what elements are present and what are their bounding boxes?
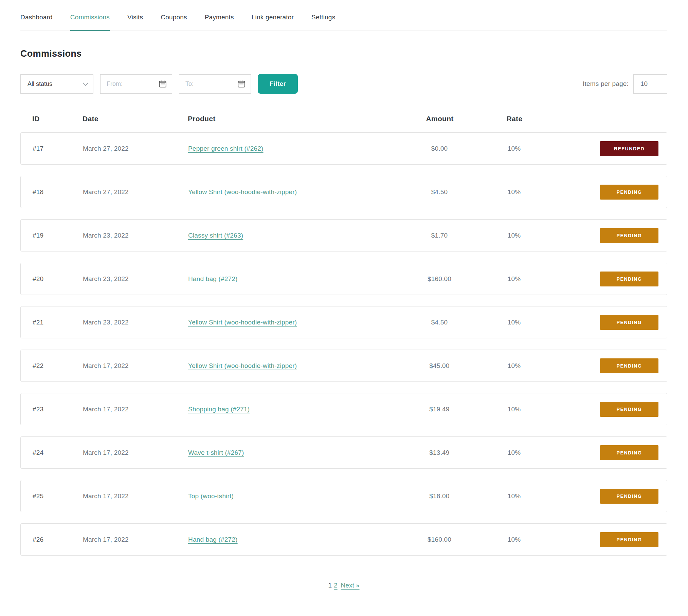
commission-id: #25	[33, 492, 83, 500]
table-row: #17 March 27, 2022 Pepper green shirt (#…	[20, 132, 667, 165]
product-link[interactable]: Yellow Shirt (woo-hoodie-with-zipper)	[188, 188, 297, 195]
commission-amount: $18.00	[392, 492, 487, 500]
commission-date: March 17, 2022	[83, 536, 188, 543]
commission-date: March 17, 2022	[83, 492, 188, 500]
commission-rate: 10%	[487, 232, 541, 239]
commissions-table: #17 March 27, 2022 Pepper green shirt (#…	[20, 132, 667, 567]
commission-id: #17	[33, 145, 83, 152]
commission-date: March 27, 2022	[83, 145, 188, 152]
page-title: Commissions	[20, 49, 667, 59]
product-link[interactable]: Wave t-shirt (#267)	[188, 449, 244, 456]
product-link[interactable]: Shopping bag (#271)	[188, 406, 250, 413]
commission-id: #22	[33, 362, 83, 370]
nav-tab-settings[interactable]: Settings	[311, 14, 335, 31]
table-row: #18 March 27, 2022 Yellow Shirt (woo-hoo…	[20, 176, 667, 208]
header-rate: Rate	[487, 115, 542, 123]
product-link[interactable]: Pepper green shirt (#262)	[188, 145, 264, 152]
table-row: #19 March 23, 2022 Classy shirt (#263) $…	[20, 219, 667, 251]
commission-rate: 10%	[487, 536, 541, 543]
pagination-next-link[interactable]: Next »	[341, 582, 360, 589]
table-row: #20 March 23, 2022 Hand bag (#272) $160.…	[20, 263, 667, 295]
table-row: #26 March 17, 2022 Hand bag (#272) $160.…	[20, 523, 667, 556]
items-per-page-label: Items per page:	[583, 80, 629, 88]
chevron-down-icon	[83, 80, 89, 86]
commission-rate: 10%	[487, 362, 541, 370]
commission-rate: 10%	[487, 145, 541, 152]
commission-rate: 10%	[487, 188, 541, 196]
pagination-page-2-link[interactable]: 2	[334, 582, 338, 589]
commission-amount: $13.49	[392, 449, 487, 456]
header-product: Product	[188, 115, 392, 123]
status-badge: PENDING	[600, 185, 658, 200]
product-link[interactable]: Hand bag (#272)	[188, 275, 238, 282]
commission-id: #19	[33, 232, 83, 239]
header-id: ID	[32, 115, 83, 123]
commission-date: March 17, 2022	[83, 406, 188, 413]
commission-amount: $0.00	[392, 145, 487, 152]
pagination-current-page: 1	[328, 582, 332, 589]
commission-amount: $4.50	[392, 319, 487, 326]
items-per-page: Items per page:	[583, 74, 667, 94]
product-link[interactable]: Hand bag (#272)	[188, 536, 238, 543]
commission-date: March 23, 2022	[83, 319, 188, 326]
nav-tab-visits[interactable]: Visits	[127, 14, 143, 31]
commission-id: #21	[33, 319, 83, 326]
nav-tab-link-generator[interactable]: Link generator	[252, 14, 294, 31]
status-badge: PENDING	[600, 358, 658, 373]
commission-rate: 10%	[487, 275, 541, 283]
commission-date: March 23, 2022	[83, 275, 188, 283]
table-row: #21 March 23, 2022 Yellow Shirt (woo-hoo…	[20, 306, 667, 338]
nav-tab-dashboard[interactable]: Dashboard	[20, 14, 53, 31]
table-row: #24 March 17, 2022 Wave t-shirt (#267) $…	[20, 436, 667, 469]
filter-row: All status	[20, 74, 667, 94]
nav-tab-commissions[interactable]: Commissions	[70, 14, 110, 31]
status-badge: PENDING	[600, 445, 658, 460]
nav-tab-coupons[interactable]: Coupons	[161, 14, 187, 31]
commission-rate: 10%	[487, 406, 541, 413]
pagination: 12Next »	[20, 582, 667, 589]
commission-rate: 10%	[487, 492, 541, 500]
commission-id: #24	[33, 449, 83, 456]
commission-amount: $1.70	[392, 232, 487, 239]
calendar-icon	[158, 79, 167, 88]
date-from-wrap	[100, 74, 172, 94]
header-amount: Amount	[392, 115, 487, 123]
commission-amount: $45.00	[392, 362, 487, 370]
status-badge: PENDING	[600, 402, 658, 417]
calendar-icon	[237, 79, 246, 88]
date-to-wrap	[179, 74, 251, 94]
commission-id: #20	[33, 275, 83, 283]
status-badge: REFUNDED	[600, 141, 658, 156]
tabs-nav: Dashboard Commissions Visits Coupons Pay…	[20, 0, 667, 31]
commission-id: #26	[33, 536, 83, 543]
table-header: ID Date Product Amount Rate	[20, 115, 667, 123]
product-link[interactable]: Yellow Shirt (woo-hoodie-with-zipper)	[188, 319, 297, 326]
status-select[interactable]: All status	[20, 74, 93, 94]
commission-date: March 27, 2022	[83, 188, 188, 196]
status-badge: PENDING	[600, 489, 658, 504]
affiliate-area-page: Dashboard Commissions Visits Coupons Pay…	[0, 0, 688, 589]
product-link[interactable]: Classy shirt (#263)	[188, 232, 243, 239]
nav-tab-payments[interactable]: Payments	[205, 14, 234, 31]
commission-date: March 23, 2022	[83, 232, 188, 239]
product-link[interactable]: Yellow Shirt (woo-hoodie-with-zipper)	[188, 362, 297, 369]
product-link[interactable]: Top (woo-tshirt)	[188, 492, 234, 500]
commission-date: March 17, 2022	[83, 362, 188, 370]
table-row: #25 March 17, 2022 Top (woo-tshirt) $18.…	[20, 480, 667, 512]
filter-button[interactable]: Filter	[258, 74, 298, 94]
commission-date: March 17, 2022	[83, 449, 188, 456]
commission-amount: $160.00	[392, 536, 487, 543]
table-row: #23 March 17, 2022 Shopping bag (#271) $…	[20, 393, 667, 425]
status-badge: PENDING	[600, 272, 658, 286]
header-date: Date	[83, 115, 188, 123]
commission-rate: 10%	[487, 449, 541, 456]
commission-id: #23	[33, 406, 83, 413]
items-per-page-input[interactable]	[633, 74, 667, 94]
status-select-value: All status	[28, 80, 52, 88]
commission-amount: $160.00	[392, 275, 487, 283]
commission-amount: $19.49	[392, 406, 487, 413]
status-badge: PENDING	[600, 315, 658, 330]
commission-amount: $4.50	[392, 188, 487, 196]
status-badge: PENDING	[600, 228, 658, 243]
commission-id: #18	[33, 188, 83, 196]
